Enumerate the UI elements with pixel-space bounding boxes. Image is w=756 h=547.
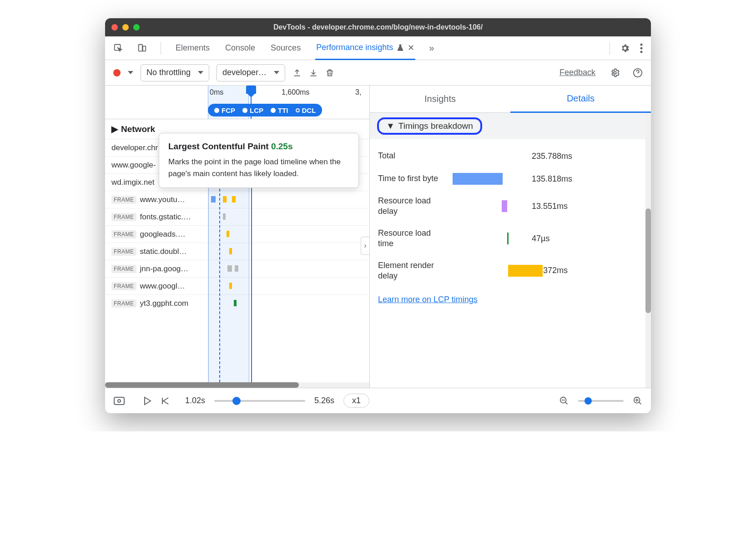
slider-knob[interactable] — [232, 397, 241, 405]
tab-insights[interactable]: Insights — [370, 86, 510, 112]
request-bar[interactable] — [211, 196, 216, 203]
metric-value: 13.551ms — [532, 202, 568, 211]
metric-render-delay: Element render delay 86.372ms — [378, 255, 643, 287]
timing-pills[interactable]: FCP LCP TTI DCL — [208, 104, 322, 116]
feedback-link[interactable]: Feedback — [559, 68, 595, 77]
timings-breakdown-header[interactable]: ▼ Timings breakdown — [370, 113, 651, 139]
pill-lcp[interactable]: LCP — [240, 106, 266, 114]
host-label: yt3.ggpht.com — [140, 299, 189, 308]
window-title: DevTools - developer.chrome.com/blog/new… — [273, 23, 483, 31]
record-menu-caret[interactable] — [128, 71, 133, 74]
lcp-tooltip: Largest Contentful Paint 0.25s Marks the… — [159, 133, 359, 188]
frame-badge: FRAME — [111, 213, 136, 221]
svg-point-9 — [118, 400, 121, 402]
window-controls — [111, 24, 140, 30]
more-tabs-icon[interactable]: » — [429, 43, 434, 53]
host-label: www.youtu… — [140, 195, 185, 204]
metric-label: Time to first byte — [378, 173, 446, 184]
zoom-in-icon[interactable] — [633, 396, 643, 406]
tab-performance-insights[interactable]: Performance insights ✕ — [315, 36, 415, 60]
close-window-button[interactable] — [111, 24, 118, 30]
svg-point-6 — [614, 71, 616, 74]
minimize-window-button[interactable] — [122, 24, 129, 30]
frame-badge: FRAME — [111, 282, 136, 290]
playback-slider[interactable] — [214, 400, 305, 402]
titlebar: DevTools - developer.chrome.com/blog/new… — [105, 18, 651, 36]
request-bar[interactable] — [227, 231, 229, 237]
frame-badge: FRAME — [111, 230, 136, 238]
separator — [161, 42, 161, 55]
zoom-slider[interactable] — [578, 400, 624, 402]
metric-bar — [453, 173, 525, 185]
inspect-icon[interactable] — [113, 43, 123, 53]
tab-sources[interactable]: Sources — [270, 36, 302, 60]
zoom-out-icon[interactable] — [559, 396, 569, 406]
request-bar[interactable] — [223, 213, 226, 220]
play-icon[interactable] — [143, 396, 151, 405]
request-bar[interactable] — [232, 196, 236, 203]
tick-label: 1,600ms — [282, 88, 309, 96]
request-bar[interactable] — [227, 265, 232, 272]
import-icon[interactable] — [309, 68, 318, 77]
details-tabs: Insights Details — [370, 86, 651, 113]
tab-label: Performance insights — [316, 43, 393, 52]
pill-dcl[interactable]: DCL — [293, 106, 319, 114]
record-button[interactable] — [113, 69, 121, 76]
tooltip-body: Marks the point in the page load timelin… — [168, 156, 349, 179]
help-icon[interactable] — [633, 68, 643, 78]
close-tab-icon[interactable]: ✕ — [408, 43, 414, 53]
scrollbar-thumb[interactable] — [105, 382, 299, 388]
kebab-menu-icon[interactable] — [640, 43, 643, 53]
speed-pill[interactable]: x1 — [343, 394, 369, 408]
pill-tti[interactable]: TTI — [268, 106, 291, 114]
request-bar[interactable] — [229, 248, 232, 254]
tab-details[interactable]: Details — [510, 86, 651, 113]
request-bar[interactable] — [234, 300, 237, 306]
slider-knob[interactable] — [585, 397, 592, 405]
time-end: 5.26s — [314, 396, 334, 405]
metric-bar — [453, 150, 525, 162]
time-start: 1.02s — [185, 396, 205, 405]
learn-more-link[interactable]: Learn more on LCP timings — [378, 295, 643, 304]
tab-console[interactable]: Console — [224, 36, 256, 60]
host-label: developer.chr — [111, 143, 158, 152]
frame-badge: FRAME — [111, 299, 136, 308]
playback-bar: 1.02s 5.26s x1 — [105, 388, 651, 413]
throttling-label: No throttling — [146, 68, 191, 77]
request-bar[interactable] — [223, 196, 227, 203]
metric-total: Total 235.788ms — [378, 145, 643, 167]
scrollbar-thumb[interactable] — [645, 208, 651, 313]
devtools-tabs: Elements Console Sources Performance ins… — [105, 36, 651, 60]
timeline-ruler[interactable]: 0ms 1,600ms 3, FCP LCP TTI DCL — [105, 86, 369, 119]
delete-icon[interactable] — [325, 68, 334, 77]
request-bar[interactable] — [229, 283, 232, 289]
host-label: www.googl… — [140, 282, 185, 291]
metric-ttfb: Time to first byte 135.818ms — [378, 167, 643, 190]
metric-value: 235.788ms — [532, 152, 572, 161]
pill-fcp[interactable]: FCP — [212, 106, 238, 114]
export-icon[interactable] — [292, 68, 302, 77]
gear-icon[interactable] — [610, 68, 620, 78]
panel-collapse-handle[interactable]: › — [361, 237, 370, 255]
rewind-icon[interactable] — [161, 396, 170, 405]
chevron-down-icon — [198, 71, 203, 74]
request-bar[interactable] — [235, 265, 238, 272]
maximize-window-button[interactable] — [133, 24, 140, 30]
throttling-select[interactable]: No throttling — [141, 64, 209, 81]
eye-icon[interactable] — [113, 396, 125, 405]
tick-label: 3, — [355, 88, 361, 96]
chevron-right-icon: › — [364, 242, 366, 250]
host-label: fonts.gstatic.… — [140, 213, 191, 222]
metric-bar — [453, 200, 525, 212]
vertical-scrollbar[interactable] — [645, 113, 651, 388]
metric-label: Resource load delay — [378, 196, 446, 217]
site-select[interactable]: developer… — [217, 64, 285, 81]
horizontal-scrollbar[interactable] — [105, 382, 369, 388]
metric-label: Resource load time — [378, 228, 446, 249]
playhead-handle[interactable] — [246, 86, 256, 94]
highlight-ring: ▼ Timings breakdown — [377, 117, 482, 135]
tab-elements[interactable]: Elements — [175, 36, 211, 60]
settings-icon[interactable] — [620, 43, 630, 53]
perf-toolbar: No throttling developer… Feedback — [105, 60, 651, 86]
device-toggle-icon[interactable] — [137, 43, 147, 53]
